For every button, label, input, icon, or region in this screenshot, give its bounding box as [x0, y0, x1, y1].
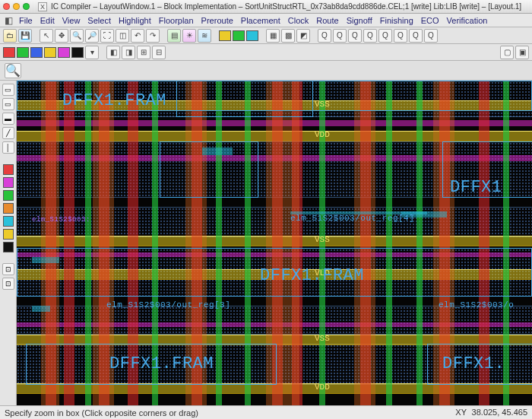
menu-view[interactable]: View — [59, 16, 84, 25]
checker1-icon[interactable]: ▦ — [266, 29, 280, 43]
zoom-in-icon[interactable]: 🔍 — [70, 29, 84, 43]
misc2-icon[interactable]: ◨ — [122, 46, 135, 59]
misc1-icon[interactable]: ◧ — [106, 46, 120, 59]
layout-canvas[interactable]: VSS VDD VSS VLD VSS VDD DFFX1.FRAM DFFX1… — [17, 81, 532, 405]
q2-icon[interactable]: Q — [333, 29, 347, 43]
tool-rect[interactable]: ▭ — [2, 98, 14, 110]
menu-file[interactable]: File — [15, 16, 36, 25]
side-swatch-grn[interactable] — [3, 190, 14, 201]
checker2-icon[interactable]: ▩ — [281, 29, 295, 43]
menu-eco[interactable]: ECO — [417, 16, 443, 25]
side-swatch-cyn[interactable] — [3, 216, 14, 227]
misc3-icon[interactable]: ⊞ — [137, 46, 150, 59]
menu-finishing[interactable]: Finishing — [376, 16, 417, 25]
save-icon[interactable]: 💾 — [18, 29, 32, 43]
tool-line[interactable]: ╱ — [2, 127, 14, 139]
swatch-cyan[interactable] — [246, 30, 258, 41]
status-coords: XY 38.025, 45.465 — [455, 408, 527, 417]
x11-icon: X — [38, 2, 47, 11]
rail-label: VDD — [315, 130, 330, 139]
right1-icon[interactable]: ▢ — [500, 46, 514, 59]
tool-extra2[interactable]: ⊡ — [2, 278, 14, 290]
menu-signoff[interactable]: Signoff — [343, 16, 376, 25]
cell-label: DFFX1.FRAM — [62, 91, 166, 110]
side-swatch-blk[interactable] — [3, 242, 14, 252]
zoom-window-icon[interactable]: ◫ — [116, 29, 129, 43]
view-subbar: 🔍 — [0, 61, 532, 81]
rail-label: VSS — [315, 334, 330, 343]
undo-icon[interactable]: ↶ — [131, 29, 144, 43]
layer-red[interactable] — [3, 47, 15, 58]
pan-icon[interactable]: ✥ — [55, 29, 68, 43]
zoom-icon[interactable] — [23, 3, 30, 10]
net-label: elm_S1S2$003/o — [439, 300, 514, 309]
menu-route[interactable]: Route — [312, 16, 342, 25]
layer-toggle-icon[interactable]: ▤ — [167, 29, 181, 43]
menu-select[interactable]: Select — [84, 16, 115, 25]
open-icon[interactable]: 🗀 — [3, 29, 17, 43]
layer-magenta[interactable] — [58, 47, 70, 58]
menu-highlight[interactable]: Highlight — [115, 16, 155, 25]
swatch-green[interactable] — [233, 30, 245, 41]
tool-select[interactable]: ▭ — [2, 84, 14, 96]
q6-icon[interactable]: Q — [394, 29, 407, 43]
zoom-fit-icon[interactable]: ⛶ — [100, 29, 114, 43]
tool-extra1[interactable]: ⊡ — [2, 263, 14, 275]
menu-placement[interactable]: Placement — [237, 16, 284, 25]
net-icon[interactable]: ≋ — [198, 29, 211, 43]
rail-label: VDD — [315, 382, 330, 392]
swatch-yellow[interactable] — [219, 30, 231, 41]
q3-icon[interactable]: Q — [348, 29, 362, 43]
highlight-icon[interactable]: ☀ — [182, 29, 196, 43]
dropdown-icon[interactable]: ▾ — [85, 46, 99, 59]
tool-line2[interactable]: │ — [2, 141, 14, 154]
menu-floorplan[interactable]: Floorplan — [155, 16, 198, 25]
side-swatch-mag[interactable] — [3, 177, 14, 188]
close-icon[interactable] — [3, 3, 10, 10]
checker3-icon[interactable]: ◩ — [296, 29, 310, 43]
q5-icon[interactable]: Q — [378, 29, 392, 43]
rail-label: VSS — [315, 235, 330, 244]
q8-icon[interactable]: Q — [424, 29, 438, 43]
side-swatch-yel[interactable] — [3, 229, 14, 240]
status-bar: Specify zoom in box (Click opposite corn… — [0, 405, 532, 419]
toolbar-primary: 🗀 💾 ↖ ✥ 🔍 🔎 ⛶ ◫ ↶ ↷ ▤ ☀ ≋ ▦ ▩ ◩ Q Q Q Q … — [0, 27, 532, 44]
cell-label: DFFX1.FRAM — [260, 266, 364, 285]
right2-icon[interactable]: ▣ — [515, 46, 529, 59]
status-hint: Specify zoom in box (Click opposite corn… — [5, 408, 198, 417]
cell-label: DFFX1. — [442, 354, 505, 373]
minimize-icon[interactable] — [13, 3, 20, 10]
zoom-out-icon[interactable]: 🔎 — [85, 29, 99, 43]
palette-swatches — [219, 30, 258, 41]
q1-icon[interactable]: Q — [318, 29, 331, 43]
layer-black[interactable] — [71, 47, 84, 58]
cell-label: DFFX1.FRAM — [109, 354, 214, 373]
redo-icon[interactable]: ↷ — [146, 29, 160, 43]
menubar: ◧ File Edit View Select Highlight Floorp… — [0, 14, 532, 27]
side-swatch-orn[interactable] — [3, 203, 14, 214]
menu-preroute[interactable]: Preroute — [198, 16, 237, 25]
rail-label: VSS — [315, 100, 330, 109]
menu-verification[interactable]: Verification — [443, 16, 492, 25]
layer-yellow[interactable] — [44, 47, 56, 58]
layer-blue[interactable] — [30, 47, 43, 58]
toolbar-secondary: ▾ ◧ ◨ ⊞ ⊟ ▢ ▣ — [0, 44, 532, 61]
tool-sidebar: ▭ ▭ ▬ ╱ │ ⊡ ⊡ — [0, 81, 17, 405]
app-menu-icon[interactable]: ◧ — [3, 15, 14, 26]
net-label: elm_S1S2$003: — [32, 216, 90, 224]
window-title: IC Compiler – LayoutWindow.1 – Block Imp… — [51, 2, 521, 11]
cell-label: DFFX1 — [450, 178, 502, 197]
q7-icon[interactable]: Q — [409, 29, 423, 43]
side-swatch-red[interactable] — [3, 164, 14, 175]
cursor-icon[interactable]: ↖ — [40, 29, 53, 43]
q4-icon[interactable]: Q — [363, 29, 377, 43]
window-controls — [3, 3, 30, 10]
misc4-icon[interactable]: ⊟ — [152, 46, 166, 59]
workspace: ▭ ▭ ▬ ╱ │ ⊡ ⊡ — [0, 81, 532, 405]
menu-clock[interactable]: Clock — [284, 16, 313, 25]
menu-edit[interactable]: Edit — [36, 16, 59, 25]
tool-rect2[interactable]: ▬ — [2, 113, 14, 125]
layer-green[interactable] — [17, 47, 29, 58]
zoom-region-icon[interactable]: 🔍 — [5, 63, 21, 78]
window-titlebar: X IC Compiler – LayoutWindow.1 – Block I… — [0, 0, 532, 14]
